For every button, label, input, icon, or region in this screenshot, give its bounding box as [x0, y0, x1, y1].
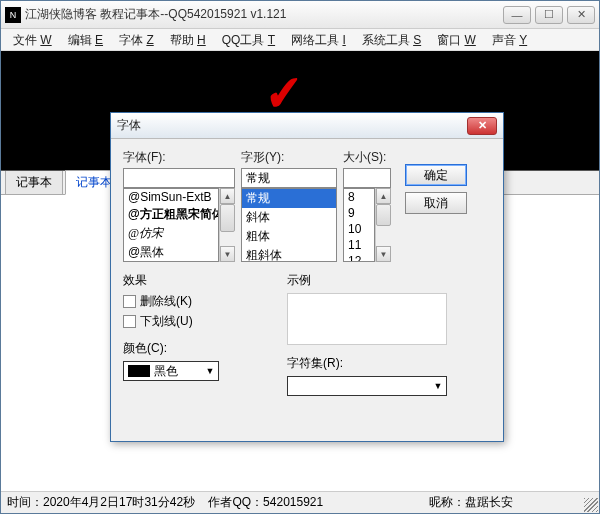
ok-button[interactable]: 确定: [405, 164, 467, 186]
status-nick-value: 盘踞长安: [465, 495, 513, 509]
font-list-scrollbar[interactable]: ▲ ▼: [219, 188, 235, 262]
color-label: 颜色(C):: [123, 340, 263, 357]
menu-item-文件[interactable]: 文件 W: [5, 29, 60, 50]
dialog-close-button[interactable]: ✕: [467, 117, 497, 135]
window-title: 江湖侠隐博客 教程记事本--QQ542015921 v1.121: [25, 6, 499, 23]
tab-记事本[interactable]: 记事本: [5, 170, 63, 194]
chevron-down-icon[interactable]: ▼: [430, 381, 446, 391]
status-nick-label: 昵称：: [429, 495, 465, 509]
underline-checkbox-row[interactable]: 下划线(U): [123, 313, 263, 330]
chevron-down-icon[interactable]: ▼: [202, 366, 218, 376]
font-list-item[interactable]: @仿宋: [124, 224, 218, 243]
menubar: 文件 W编辑 E字体 Z帮助 HQQ工具 T网络工具 I系统工具 S窗口 W声音…: [1, 29, 599, 51]
underline-label: 下划线(U): [140, 313, 193, 330]
scroll-down-icon[interactable]: ▼: [376, 246, 391, 262]
status-nick: 昵称：盘踞长安: [429, 494, 513, 511]
scroll-up-icon[interactable]: ▲: [376, 188, 391, 204]
resize-grip-icon[interactable]: [584, 498, 598, 512]
statusbar: 时间：2020年4月2日17时31分42秒 作者QQ：542015921 昵称：…: [1, 491, 599, 513]
style-list-item[interactable]: 粗体: [242, 227, 336, 246]
sample-box: [287, 293, 447, 345]
dialog-title: 字体: [117, 117, 467, 134]
size-list-scrollbar[interactable]: ▲ ▼: [375, 188, 391, 262]
style-list-item[interactable]: 粗斜体: [242, 246, 336, 262]
effects-label: 效果: [123, 272, 263, 289]
font-list-item[interactable]: @SimSun-ExtB: [124, 189, 218, 205]
scroll-down-icon[interactable]: ▼: [220, 246, 235, 262]
charset-label: 字符集(R):: [287, 355, 447, 372]
sample-label: 示例: [287, 272, 447, 289]
minimize-button[interactable]: —: [503, 6, 531, 24]
titlebar[interactable]: N 江湖侠隐博客 教程记事本--QQ542015921 v1.121 — ☐ ✕: [1, 1, 599, 29]
font-label: 字体(F):: [123, 149, 235, 166]
status-author-label: 作者QQ：: [208, 495, 263, 509]
maximize-button[interactable]: ☐: [535, 6, 563, 24]
status-time-label: 时间：: [7, 495, 43, 509]
size-list-item[interactable]: 10: [344, 221, 374, 237]
style-label: 字形(Y):: [241, 149, 337, 166]
color-name: 黑色: [154, 363, 202, 380]
menu-item-系统工具[interactable]: 系统工具 S: [354, 29, 429, 50]
menu-item-编辑[interactable]: 编辑 E: [60, 29, 111, 50]
font-list-item[interactable]: @方正粗黑宋简体: [124, 205, 218, 224]
scroll-up-icon[interactable]: ▲: [220, 188, 235, 204]
app-icon: N: [5, 7, 21, 23]
font-input[interactable]: [123, 168, 235, 188]
status-time: 时间：2020年4月2日17时31分42秒 作者QQ：542015921: [7, 494, 323, 511]
strikethrough-checkbox-row[interactable]: 删除线(K): [123, 293, 263, 310]
menu-item-帮助[interactable]: 帮助 H: [162, 29, 214, 50]
style-list-item[interactable]: 常规: [242, 189, 336, 208]
dialog-body: 字体(F): @SimSun-ExtB@方正粗黑宋简体@仿宋@黑体 ▲ ▼ 字形…: [111, 139, 503, 441]
strikethrough-checkbox[interactable]: [123, 295, 136, 308]
size-list-item[interactable]: 12: [344, 253, 374, 262]
menu-item-声音[interactable]: 声音 Y: [484, 29, 535, 50]
menu-item-QQ工具[interactable]: QQ工具 T: [214, 29, 283, 50]
strikethrough-label: 删除线(K): [140, 293, 192, 310]
dialog-titlebar[interactable]: 字体 ✕: [111, 113, 503, 139]
size-label: 大小(S):: [343, 149, 391, 166]
color-combobox[interactable]: 黑色 ▼: [123, 361, 219, 381]
font-listbox[interactable]: @SimSun-ExtB@方正粗黑宋简体@仿宋@黑体: [123, 188, 219, 262]
font-list-item[interactable]: @黑体: [124, 243, 218, 262]
underline-checkbox[interactable]: [123, 315, 136, 328]
style-listbox[interactable]: 常规斜体粗体粗斜体: [241, 188, 337, 262]
status-time-value: 2020年4月2日17时31分42秒: [43, 495, 195, 509]
size-list-item[interactable]: 9: [344, 205, 374, 221]
size-input[interactable]: [343, 168, 391, 188]
size-listbox[interactable]: 891011121416: [343, 188, 375, 262]
style-input[interactable]: [241, 168, 337, 188]
style-list-item[interactable]: 斜体: [242, 208, 336, 227]
menu-item-字体[interactable]: 字体 Z: [111, 29, 162, 50]
menu-item-窗口[interactable]: 窗口 W: [429, 29, 484, 50]
color-swatch: [128, 365, 150, 377]
font-dialog: 字体 ✕ 字体(F): @SimSun-ExtB@方正粗黑宋简体@仿宋@黑体 ▲…: [110, 112, 504, 442]
status-author-value: 542015921: [263, 495, 323, 509]
charset-combobox[interactable]: ▼: [287, 376, 447, 396]
menu-item-网络工具[interactable]: 网络工具 I: [283, 29, 354, 50]
size-list-item[interactable]: 11: [344, 237, 374, 253]
cancel-button[interactable]: 取消: [405, 192, 467, 214]
size-list-item[interactable]: 8: [344, 189, 374, 205]
close-button[interactable]: ✕: [567, 6, 595, 24]
